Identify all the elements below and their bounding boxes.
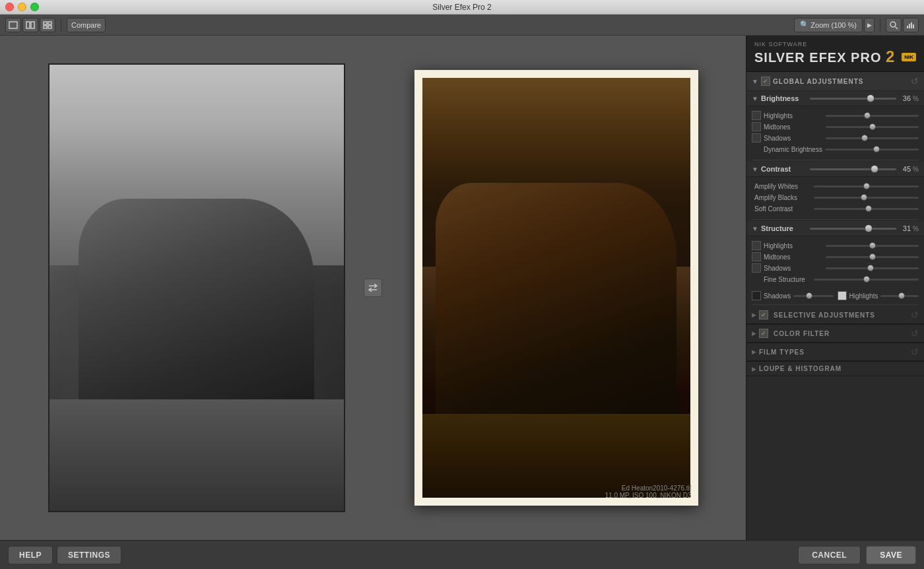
svg-rect-5	[44, 26, 47, 28]
selective-adjustments-section[interactable]: ▶ ✓ SELECTIVE ADJUSTMENTS ↺	[746, 306, 924, 324]
highlights-brightness-row: Highlights	[752, 111, 919, 120]
contrast-header[interactable]: ▼ Contrast 45 %	[746, 162, 924, 177]
help-button[interactable]: HELP	[8, 546, 53, 564]
highlights-b-thumb[interactable]	[864, 112, 871, 119]
svg-rect-10	[909, 24, 910, 28]
dual-view-button[interactable]	[40, 18, 55, 32]
svg-rect-3	[44, 22, 47, 24]
shadows-tone-label: Shadows	[764, 292, 791, 300]
global-adjustments-header[interactable]: ▼ ✓ GLOBAL ADJUSTMENTS ↺	[746, 72, 924, 91]
highlights-b-slider[interactable]	[826, 111, 919, 120]
amplify-whites-thumb[interactable]	[863, 183, 870, 189]
global-reset-icon[interactable]: ↺	[911, 76, 919, 86]
color-filter-reset-icon[interactable]: ↺	[911, 328, 919, 339]
brightness-track	[810, 98, 896, 100]
shadows-s-slider[interactable]	[826, 263, 919, 273]
title-bar: Silver Efex Pro 2	[0, 0, 924, 15]
highlights-b-label: Highlights	[764, 112, 823, 119]
amplify-blacks-row: Amplify Blacks	[752, 193, 919, 202]
midtones-s-icon	[752, 252, 761, 261]
selective-arrow-icon: ▶	[752, 312, 756, 318]
single-view-button[interactable]	[5, 18, 21, 32]
midtones-s-slider[interactable]	[826, 252, 919, 261]
midtones-structure-row: Midtones	[752, 252, 919, 261]
structure-thumb[interactable]	[865, 224, 873, 232]
highlights-s-thumb[interactable]	[869, 242, 876, 249]
minimize-button[interactable]	[18, 3, 26, 11]
highlights-tone-thumb[interactable]	[898, 292, 905, 299]
amplify-blacks-slider[interactable]	[814, 193, 919, 202]
contrast-track	[810, 168, 896, 170]
structure-slider-container[interactable]	[810, 224, 896, 233]
midtones-b-thumb[interactable]	[869, 123, 876, 130]
shadows-tone-slider[interactable]	[793, 291, 833, 300]
selective-reset-icon[interactable]: ↺	[911, 310, 919, 320]
compare-button[interactable]: Compare	[67, 18, 106, 32]
amplify-blacks-label: Amplify Blacks	[752, 194, 811, 201]
loupe-histogram-section[interactable]: ▶ LOUPE & HISTOGRAM	[746, 362, 924, 376]
split-view-button[interactable]	[22, 18, 38, 32]
divider-2	[752, 219, 919, 220]
shadows-s-thumb[interactable]	[867, 265, 874, 271]
loupe-icon-button[interactable]	[886, 18, 902, 32]
global-check[interactable]: ✓	[761, 77, 770, 86]
swap-views-button[interactable]	[364, 279, 382, 297]
shadows-tone-group: Shadows	[752, 291, 834, 300]
structure-header[interactable]: ▼ Structure 31 %	[746, 221, 924, 236]
svg-rect-2	[31, 22, 34, 28]
close-button[interactable]	[5, 3, 14, 11]
selective-check[interactable]: ✓	[759, 310, 768, 319]
brightness-header[interactable]: ▼ Brightness 36 %	[746, 91, 924, 106]
midtones-b-label: Midtones	[764, 123, 823, 131]
svg-rect-12	[913, 24, 914, 28]
shadows-b-thumb[interactable]	[861, 135, 868, 141]
histogram-icon-button[interactable]	[903, 18, 919, 32]
cancel-button[interactable]: CANCEL	[798, 546, 861, 564]
before-photo-container	[48, 63, 345, 512]
midtones-b-slider[interactable]	[826, 122, 919, 131]
settings-button[interactable]: SETTINGS	[57, 546, 121, 564]
shadows-tone-thumb[interactable]	[806, 292, 812, 299]
highlights-tone-label: Highlights	[849, 292, 878, 300]
midtones-brightness-row: Midtones	[752, 122, 919, 131]
shadows-b-slider[interactable]	[826, 133, 919, 143]
zoom-increment-button[interactable]: ▶	[864, 18, 874, 32]
brightness-thumb[interactable]	[867, 94, 874, 102]
amplify-whites-row: Amplify Whites	[752, 182, 919, 191]
dynamic-b-thumb[interactable]	[873, 146, 880, 152]
bottom-right: CANCEL SAVE	[798, 546, 916, 564]
amplify-whites-slider[interactable]	[814, 182, 919, 191]
amplify-blacks-thumb[interactable]	[861, 194, 867, 201]
highlights-s-slider[interactable]	[826, 241, 919, 250]
structure-sub-sliders: Highlights Midtones Shadows	[746, 236, 924, 288]
film-types-reset-icon[interactable]: ↺	[911, 347, 919, 357]
maximize-button[interactable]	[30, 3, 39, 11]
nik-badge: NIK	[902, 53, 916, 61]
color-filter-check[interactable]: ✓	[759, 329, 768, 338]
dynamic-b-slider[interactable]	[825, 145, 919, 154]
contrast-slider-container[interactable]	[810, 164, 896, 174]
film-types-title: FILM TYPES	[759, 349, 908, 356]
soft-contrast-slider[interactable]	[814, 204, 919, 213]
contrast-thumb[interactable]	[871, 165, 878, 173]
zoom-area: 🔍 Zoom (100 %) ▶	[794, 18, 874, 32]
fine-structure-slider[interactable]	[814, 275, 919, 284]
brightness-sub-sliders: Highlights Midtones Shadows	[746, 106, 924, 158]
soft-contrast-thumb[interactable]	[865, 205, 872, 212]
contrast-sub-sliders: Amplify Whites Amplify Blacks Soft Contr…	[746, 177, 924, 218]
nik-label: Nik Software	[754, 41, 916, 48]
save-button[interactable]: SAVE	[866, 546, 916, 564]
zoom-value: Zoom (100 %)	[810, 21, 857, 29]
midtones-s-thumb[interactable]	[869, 253, 876, 260]
color-filter-section[interactable]: ▶ ✓ COLOR FILTER ↺	[746, 325, 924, 343]
highlights-tone-slider[interactable]	[880, 291, 919, 300]
divider-1	[752, 160, 919, 160]
nav-icons-group	[886, 18, 919, 32]
search-icon: 🔍	[800, 20, 809, 29]
dynamic-brightness-row: Dynamic Brightness	[752, 145, 919, 154]
svg-rect-4	[48, 22, 51, 24]
brightness-slider-container[interactable]	[810, 94, 896, 103]
film-types-section[interactable]: ▶ FILM TYPES ↺	[746, 343, 924, 361]
fine-structure-thumb[interactable]	[863, 276, 870, 283]
window-controls	[5, 3, 39, 11]
